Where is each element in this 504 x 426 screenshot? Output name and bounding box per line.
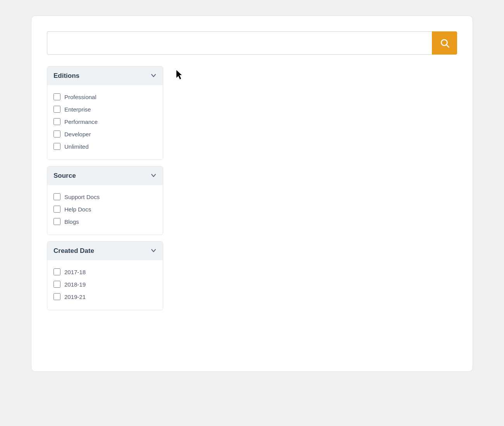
svg-line-1 (447, 45, 449, 47)
source-filter-title: Source (54, 172, 76, 180)
source-help-docs-label: Help Docs (64, 206, 91, 213)
source-chevron-down-icon (150, 172, 157, 180)
list-item: Unlimited (54, 140, 157, 153)
editions-developer-checkbox[interactable] (54, 131, 60, 137)
editions-professional-checkbox[interactable] (54, 93, 60, 100)
editions-filter-title: Editions (54, 72, 79, 80)
created-date-filter-title: Created Date (54, 247, 94, 255)
search-icon (440, 38, 450, 48)
cursor-area (173, 66, 457, 81)
search-bar-container (47, 31, 457, 55)
editions-performance-label: Performance (64, 119, 98, 125)
created-date-filter-section: Created Date 2017-18 2018-19 (47, 241, 163, 310)
list-item: 2017-18 (54, 266, 157, 278)
editions-unlimited-label: Unlimited (64, 143, 89, 150)
editions-unlimited-checkbox[interactable] (54, 143, 60, 150)
editions-filter-body: Professional Enterprise Performance Deve… (47, 85, 163, 160)
editions-filter-section: Editions Professional Enterprise (47, 66, 163, 160)
cursor-icon (176, 70, 184, 79)
editions-developer-label: Developer (64, 131, 91, 137)
main-container: Editions Professional Enterprise (31, 15, 473, 372)
list-item: 2018-19 (54, 278, 157, 290)
svg-marker-2 (176, 70, 182, 79)
editions-enterprise-label: Enterprise (64, 106, 91, 113)
source-blogs-checkbox[interactable] (54, 218, 60, 225)
search-input[interactable] (47, 31, 432, 55)
source-blogs-label: Blogs (64, 218, 79, 225)
created-date-2019-21-label: 2019-21 (64, 294, 86, 300)
list-item: Performance (54, 115, 157, 128)
created-date-2019-21-checkbox[interactable] (54, 293, 60, 300)
editions-performance-checkbox[interactable] (54, 118, 60, 125)
sidebar: Editions Professional Enterprise (47, 66, 163, 310)
created-date-filter-header[interactable]: Created Date (47, 242, 163, 260)
search-button[interactable] (432, 31, 457, 55)
list-item: Support Docs (54, 191, 157, 203)
source-support-docs-label: Support Docs (64, 194, 100, 200)
created-date-2018-19-checkbox[interactable] (54, 281, 60, 288)
source-filter-body: Support Docs Help Docs Blogs (47, 185, 163, 235)
created-date-filter-body: 2017-18 2018-19 2019-21 (47, 260, 163, 310)
source-help-docs-checkbox[interactable] (54, 206, 60, 213)
svg-point-0 (441, 40, 447, 45)
main-content (173, 66, 457, 81)
list-item: Enterprise (54, 103, 157, 115)
created-date-chevron-down-icon (150, 247, 157, 255)
list-item: Developer (54, 128, 157, 140)
source-filter-header[interactable]: Source (47, 167, 163, 185)
editions-chevron-down-icon (150, 72, 157, 80)
created-date-2017-18-label: 2017-18 (64, 269, 86, 275)
list-item: 2019-21 (54, 290, 157, 303)
created-date-2018-19-label: 2018-19 (64, 281, 86, 288)
editions-professional-label: Professional (64, 94, 97, 100)
list-item: Help Docs (54, 203, 157, 215)
editions-enterprise-checkbox[interactable] (54, 106, 60, 113)
list-item: Professional (54, 91, 157, 103)
created-date-2017-18-checkbox[interactable] (54, 268, 60, 275)
list-item: Blogs (54, 215, 157, 228)
source-filter-section: Source Support Docs Help Docs (47, 166, 163, 235)
editions-filter-header[interactable]: Editions (47, 67, 163, 85)
content-area: Editions Professional Enterprise (47, 66, 457, 310)
source-support-docs-checkbox[interactable] (54, 193, 60, 200)
